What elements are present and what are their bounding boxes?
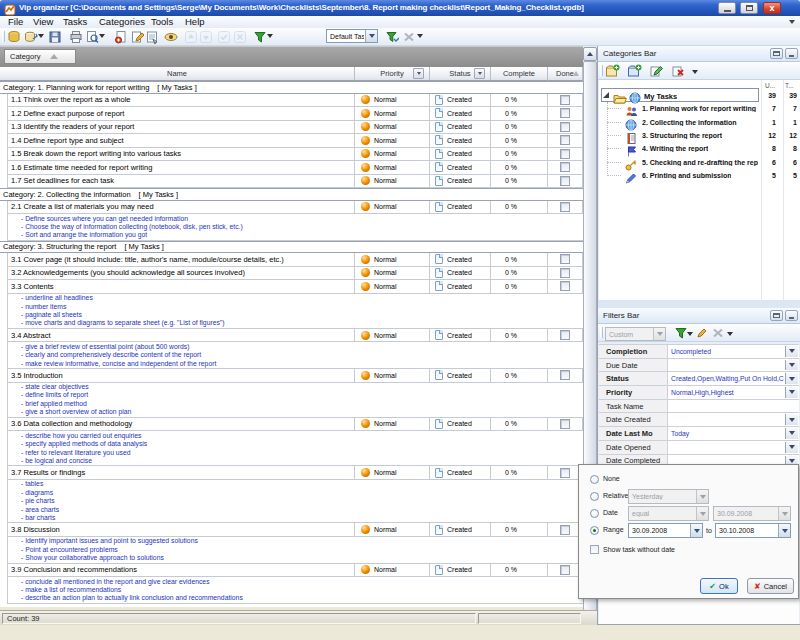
combobox-dropdown-icon[interactable] bbox=[365, 30, 377, 42]
tree-expander-icon[interactable] bbox=[603, 92, 609, 98]
close-button[interactable]: x bbox=[763, 2, 781, 14]
menu-view[interactable]: View bbox=[33, 16, 53, 28]
filter-icon[interactable] bbox=[252, 29, 268, 44]
task-priority-cell[interactable]: Normal bbox=[355, 161, 430, 175]
task-row[interactable]: 3.8 DiscussionNormalCreated0 % bbox=[0, 523, 583, 537]
menu-help[interactable]: Help bbox=[185, 16, 205, 28]
filter-dropdown-icon[interactable] bbox=[785, 442, 798, 453]
filter-preset-dropdown-icon[interactable] bbox=[653, 328, 665, 340]
task-name-cell[interactable]: 3.1 Cover page (it should include: title… bbox=[7, 253, 355, 267]
new-task-icon[interactable] bbox=[113, 29, 129, 44]
done-checkbox[interactable] bbox=[560, 254, 570, 264]
print-icon[interactable] bbox=[68, 29, 84, 44]
show-task-without-date-checkbox[interactable] bbox=[590, 545, 599, 554]
panel-splitter[interactable] bbox=[598, 300, 800, 308]
move-down-icon[interactable] bbox=[198, 29, 214, 44]
task-name-cell[interactable]: 3.3 Contents bbox=[7, 280, 355, 294]
task-row[interactable]: 3.5 IntroductionNormalCreated0 % bbox=[0, 369, 583, 383]
save-database-icon[interactable] bbox=[47, 29, 63, 44]
open-database-icon[interactable] bbox=[23, 29, 39, 44]
task-complete-cell[interactable]: 0 % bbox=[491, 523, 548, 537]
radio-none[interactable] bbox=[590, 475, 599, 484]
task-name-cell[interactable]: 1.2 Define exact purpose of report bbox=[7, 107, 355, 121]
print-preview-icon[interactable] bbox=[84, 29, 100, 44]
date-value-combobox[interactable]: 30.09.2008 bbox=[713, 506, 791, 521]
radio-relative[interactable] bbox=[590, 492, 599, 501]
column-header-complete[interactable]: Complete bbox=[491, 67, 548, 81]
task-complete-cell[interactable]: 0 % bbox=[491, 107, 548, 121]
done-checkbox[interactable] bbox=[560, 149, 570, 159]
filter-value[interactable]: Uncompleted bbox=[668, 345, 784, 358]
task-view-combobox[interactable]: Default Tas bbox=[326, 29, 378, 43]
relative-dropdown-icon[interactable] bbox=[696, 490, 708, 503]
task-name-cell[interactable]: 3.8 Discussion bbox=[7, 523, 355, 537]
task-priority-cell[interactable]: Normal bbox=[355, 175, 430, 189]
category-group-row[interactable]: Category: 2. Collecting the information[… bbox=[0, 188, 583, 201]
task-priority-cell[interactable]: Normal bbox=[355, 201, 430, 215]
column-filter-dropdown-icon[interactable] bbox=[413, 68, 424, 79]
clear-filter-icon[interactable] bbox=[710, 326, 726, 340]
task-complete-cell[interactable]: 0 % bbox=[491, 134, 548, 148]
task-priority-cell[interactable]: Normal bbox=[355, 523, 430, 537]
task-status-cell[interactable]: Created bbox=[430, 280, 491, 294]
task-name-cell[interactable]: 3.9 Conclusion and recommendations bbox=[7, 564, 355, 578]
task-complete-cell[interactable]: 0 % bbox=[491, 201, 548, 215]
task-name-cell[interactable]: 3.2 Acknowledgements (you should acknowl… bbox=[7, 267, 355, 281]
column-header-done[interactable]: Done bbox=[548, 67, 583, 81]
edit-category-icon[interactable] bbox=[648, 64, 664, 78]
filter-value[interactable] bbox=[668, 400, 799, 413]
done-checkbox[interactable] bbox=[560, 268, 570, 278]
task-notes-icon[interactable] bbox=[144, 29, 160, 44]
menu-tasks[interactable]: Tasks bbox=[63, 16, 87, 28]
task-priority-cell[interactable]: Normal bbox=[355, 121, 430, 135]
done-checkbox[interactable] bbox=[560, 176, 570, 186]
task-name-cell[interactable]: 1.7 Set deadlines for each task bbox=[7, 175, 355, 189]
radio-range[interactable] bbox=[590, 526, 599, 535]
tree-column-header[interactable]: U... bbox=[765, 82, 775, 89]
task-complete-cell[interactable]: 0 % bbox=[491, 253, 548, 267]
done-checkbox[interactable] bbox=[560, 565, 570, 575]
column-header-name[interactable]: Name bbox=[0, 67, 355, 81]
filter-dropdown-icon[interactable] bbox=[785, 373, 798, 384]
done-checkbox[interactable] bbox=[560, 281, 570, 291]
ok-button[interactable]: ✔Ok bbox=[700, 578, 738, 594]
column-header-priority[interactable]: Priority bbox=[355, 67, 430, 81]
task-name-cell[interactable]: 1.3 Identify the readers of your report bbox=[7, 121, 355, 135]
filter-dropdown-icon[interactable] bbox=[785, 414, 798, 425]
cancel-task-icon[interactable] bbox=[232, 29, 248, 44]
delete-category-icon[interactable] bbox=[670, 64, 686, 78]
filters-toolbar-overflow-icon[interactable] bbox=[727, 332, 733, 336]
relative-combobox[interactable]: Yesterday bbox=[628, 489, 709, 504]
filter-value[interactable]: Today bbox=[668, 427, 784, 440]
task-complete-cell[interactable]: 0 % bbox=[491, 94, 548, 108]
view-tasks-icon[interactable] bbox=[163, 29, 179, 44]
task-complete-cell[interactable]: 0 % bbox=[491, 280, 548, 294]
task-status-cell[interactable]: Created bbox=[430, 329, 491, 343]
menu-categories[interactable]: Categories bbox=[99, 16, 145, 28]
move-up-icon[interactable] bbox=[183, 29, 199, 44]
filter-value[interactable] bbox=[668, 441, 784, 454]
task-priority-cell[interactable]: Normal bbox=[355, 280, 430, 294]
task-priority-cell[interactable]: Normal bbox=[355, 107, 430, 121]
task-status-cell[interactable]: Created bbox=[430, 121, 491, 135]
range-from-input[interactable]: 30.09.2008 bbox=[628, 523, 703, 538]
task-priority-cell[interactable]: Normal bbox=[355, 134, 430, 148]
radio-date[interactable] bbox=[590, 509, 599, 518]
task-name-cell[interactable]: 3.4 Abstract bbox=[7, 329, 355, 343]
task-row[interactable]: 3.3 ContentsNormalCreated0 % bbox=[0, 280, 583, 294]
toolbar-overflow-icon[interactable] bbox=[267, 34, 273, 38]
task-priority-cell[interactable]: Normal bbox=[355, 329, 430, 343]
done-checkbox[interactable] bbox=[560, 162, 570, 172]
task-status-cell[interactable]: Created bbox=[430, 201, 491, 215]
clear-filter-icon[interactable] bbox=[401, 29, 417, 44]
task-name-cell[interactable]: 3.7 Results or findings bbox=[7, 466, 355, 480]
column-header-status[interactable]: Status bbox=[430, 67, 491, 81]
task-name-cell[interactable]: 1.1 Think over the report as a whole bbox=[7, 94, 355, 108]
task-row[interactable]: 1.5 Break down the report writing into v… bbox=[0, 148, 583, 162]
task-name-cell[interactable]: 2.1 Create a list of materials you may n… bbox=[7, 201, 355, 215]
column-filter-dropdown-icon[interactable] bbox=[474, 68, 485, 79]
task-row[interactable]: 1.2 Define exact purpose of reportNormal… bbox=[0, 107, 583, 121]
task-name-cell[interactable]: 3.5 Introduction bbox=[7, 369, 355, 383]
task-row[interactable]: 2.1 Create a list of materials you may n… bbox=[0, 201, 583, 215]
task-row[interactable]: 3.6 Data collection and methodologyNorma… bbox=[0, 418, 583, 432]
